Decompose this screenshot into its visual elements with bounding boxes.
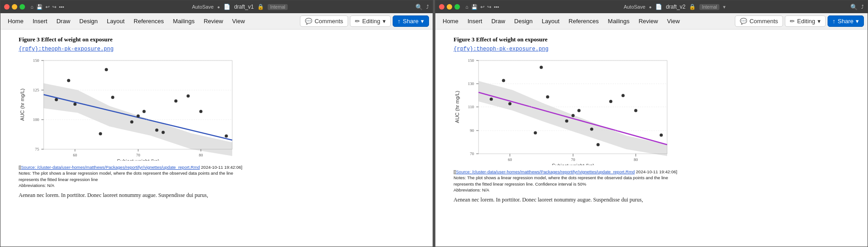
left-chart-container: 75 100 125 150 60	[19, 56, 414, 161]
left-home-icon[interactable]: ⌂	[30, 4, 34, 10]
left-menu-mailings[interactable]: Mailings	[170, 16, 199, 26]
right-doc-name: draft_v2	[666, 4, 685, 10]
right-more-icon[interactable]: •••	[494, 4, 499, 10]
left-close-button[interactable]	[4, 4, 10, 10]
right-editing-chevron: ▾	[818, 18, 821, 25]
right-comments-button[interactable]: 💬 Comments	[735, 15, 783, 27]
right-share-label: Share	[838, 18, 853, 25]
right-autosave-toggle[interactable]: ●	[649, 5, 652, 10]
right-editing-label: Editing	[797, 18, 815, 25]
right-minimize-button[interactable]	[447, 4, 452, 10]
left-autosave-toggle[interactable]: ●	[217, 5, 220, 10]
left-nav-icons: ⌂ 💾 ↩ ↪ •••	[30, 4, 64, 10]
right-menu-draw[interactable]: Draw	[488, 16, 509, 26]
left-doc-badge: Internal	[268, 4, 287, 10]
left-window: ⌂ 💾 ↩ ↪ ••• AutoSave ● 📄 draft_v1 🔒 Inte…	[0, 0, 433, 247]
right-dp-13	[634, 109, 638, 112]
right-menu-insert[interactable]: Insert	[464, 16, 486, 26]
left-comments-label: Comments	[314, 18, 343, 25]
right-dp-6	[565, 120, 569, 123]
right-ytick-130: 130	[468, 81, 474, 86]
right-editing-button[interactable]: ✏ Editing ▾	[785, 15, 826, 27]
right-dp-7	[572, 114, 575, 117]
right-menu-mailings[interactable]: Mailings	[604, 16, 634, 26]
left-dp-5	[111, 96, 115, 99]
right-internal-icon: 🔒	[689, 4, 696, 10]
right-menu-review[interactable]: Review	[635, 16, 662, 26]
left-menu-review[interactable]: Review	[200, 16, 227, 26]
right-menu-layout[interactable]: Layout	[538, 16, 563, 26]
left-title-center: AutoSave ● 📄 draft_v1 🔒 Internal	[67, 4, 413, 10]
right-source-notes: Notes: The plot shows a linear regressio…	[454, 175, 668, 180]
left-autosave-label: AutoSave	[192, 4, 214, 10]
left-menu-design[interactable]: Design	[76, 16, 101, 26]
left-comments-button[interactable]: 💬 Comments	[300, 15, 348, 27]
left-minimize-button[interactable]	[12, 4, 17, 10]
left-editing-button[interactable]: ✏ Editing ▾	[350, 15, 391, 27]
right-ylabel: AUC (hr mg/L)	[454, 91, 460, 123]
right-badge-chevron[interactable]: ▾	[723, 4, 726, 10]
left-save-icon[interactable]: 💾	[36, 4, 43, 10]
left-figure-ref: {rpfy}:theoph-pk-exposure.png	[19, 46, 414, 52]
left-dp-13	[200, 110, 203, 113]
right-source-date: 2024-10-11 19:42:06]	[636, 169, 677, 174]
left-share-icon: ↑	[398, 18, 401, 25]
right-dp-2	[502, 79, 505, 82]
right-title-bar: ⌂ 💾 ↩ ↪ ••• AutoSave ● 📄 draft_v2 🔒 Inte…	[435, 0, 868, 13]
left-undo-icon[interactable]: ↩	[45, 4, 50, 10]
right-share2-icon[interactable]: ⤴	[861, 4, 864, 10]
left-redo-icon[interactable]: ↪	[52, 4, 56, 10]
left-maximize-button[interactable]	[20, 4, 25, 10]
right-search-icon[interactable]: 🔍	[850, 4, 858, 10]
left-share2-icon[interactable]: ⤴	[426, 4, 429, 10]
right-title-right: 🔍 ⤴	[850, 4, 864, 10]
left-traffic-lights	[4, 4, 25, 10]
left-dp-7	[137, 115, 140, 118]
right-maximize-button[interactable]	[454, 4, 460, 10]
right-save-icon[interactable]: 💾	[471, 4, 478, 10]
left-editing-chevron: ▾	[383, 18, 386, 25]
left-source-link[interactable]: Source: /cluster-data/user-homes/matthew…	[21, 165, 200, 170]
right-menu-view[interactable]: View	[663, 16, 683, 26]
right-dp-3	[509, 102, 512, 106]
right-chart-container: 70 90 110 130 150 60	[454, 56, 849, 165]
right-source-abbrev: Abbreviations: N/A	[454, 187, 489, 192]
left-source-notes: Notes: The plot shows a linear regressio…	[19, 171, 233, 176]
left-dp-8	[143, 110, 146, 113]
left-dp-4	[99, 132, 102, 136]
left-doc-area: Figure 3 Effect of weight on exposure {r…	[0, 30, 433, 247]
left-chart-svg: 75 100 125 150 60	[19, 56, 241, 161]
left-ylabel: AUC (hr mg/L)	[20, 89, 25, 121]
left-dp-10	[162, 131, 165, 134]
left-menu-view[interactable]: View	[229, 16, 249, 26]
left-xtick-80: 80	[199, 153, 204, 157]
left-comment-icon: 💬	[305, 18, 312, 25]
left-body-text: Aenean nec lorem. In porttitor. Donec la…	[19, 191, 414, 199]
left-menu-references[interactable]: References	[130, 16, 167, 26]
right-redo-icon[interactable]: ↪	[487, 4, 491, 10]
right-undo-icon[interactable]: ↩	[480, 4, 484, 10]
left-menu-draw[interactable]: Draw	[53, 16, 74, 26]
right-dp-9	[590, 128, 594, 131]
right-menu-design[interactable]: Design	[511, 16, 536, 26]
right-close-button[interactable]	[439, 4, 444, 10]
left-ytick-125: 125	[33, 88, 40, 92]
right-source-link[interactable]: Source: /cluster-data/user-homes/matthew…	[456, 169, 634, 174]
left-dp-12	[187, 95, 190, 98]
left-share-button[interactable]: ↑ Share ▾	[393, 15, 429, 27]
right-home-icon[interactable]: ⌂	[465, 4, 469, 10]
left-more-icon[interactable]: •••	[59, 4, 65, 10]
right-doc-icon: 📄	[655, 4, 662, 10]
left-menu-insert[interactable]: Insert	[29, 16, 51, 26]
left-menu-home[interactable]: Home	[4, 16, 27, 26]
right-menu-references[interactable]: References	[565, 16, 602, 26]
right-source-notes2: represents the fitted linear regression …	[454, 181, 586, 187]
left-menu-layout[interactable]: Layout	[103, 16, 128, 26]
right-menu-bar: Home Insert Draw Design Layout Reference…	[435, 13, 868, 30]
right-menu-home[interactable]: Home	[439, 16, 462, 26]
right-comments-label: Comments	[749, 18, 778, 25]
right-dp-12	[622, 94, 625, 97]
left-search-icon[interactable]: 🔍	[415, 4, 423, 10]
right-share-button[interactable]: ↑ Share ▾	[828, 15, 864, 27]
left-doc-icon: 📄	[224, 4, 230, 10]
